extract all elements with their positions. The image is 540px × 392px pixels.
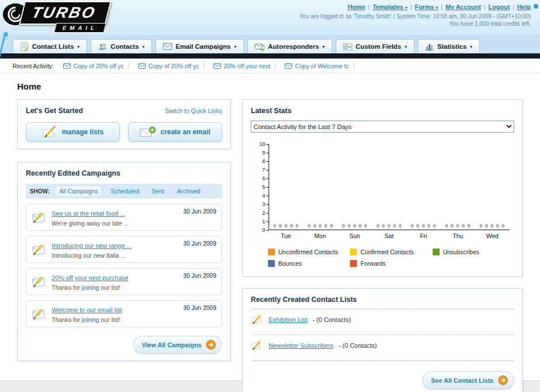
tab-autoresponders[interactable]: Autoresponders ▾ (247, 39, 332, 53)
tab-contact-lists[interactable]: Contact Lists ▾ (13, 39, 87, 53)
stats-range-select[interactable]: Contact Activity for the Last 7 Days (251, 121, 514, 133)
chevron-down-icon: ▾ (405, 5, 407, 10)
custom-fields-icon (343, 43, 352, 51)
top-link-label: Forms (415, 3, 434, 10)
logo-text: TURBO EMAIL (22, 1, 108, 33)
stats-legend: Unconfirmed ContactsConfirmed ContactsUn… (268, 249, 515, 267)
campaign-subtitle: Thanks for joining our list! (52, 284, 129, 291)
pencil-paper-icon (251, 314, 263, 325)
page-title: Home (17, 81, 523, 91)
recent-activity-item[interactable]: Copy of 20% off yc (63, 63, 129, 69)
nav-dark-bar (0, 53, 540, 59)
y-axis-tick: 7 (262, 167, 269, 173)
filter-all-campaigns[interactable]: All Campaigns (56, 187, 101, 196)
legend-swatch (350, 249, 357, 255)
tab-email-campaigns[interactable]: Email Campaigns ▾ (156, 39, 244, 53)
campaign-title-link[interactable]: See us at the retail food ... (52, 210, 125, 217)
chevron-down-icon: ▾ (323, 44, 325, 49)
filter-archived[interactable]: Archived (174, 187, 203, 196)
filter-scheduled[interactable]: Scheduled (108, 187, 142, 196)
recent-activity-item[interactable]: Copy of 20% off yc (138, 63, 204, 69)
campaign-title-link[interactable]: 20% off your next purchase (52, 274, 129, 281)
top-link-help[interactable]: Help (517, 3, 531, 10)
x-axis-label: Sun (337, 230, 372, 239)
manage-lists-button[interactable]: manage lists (26, 122, 120, 142)
top-link-forms[interactable]: Forms ▾ (415, 3, 438, 10)
tab-statistics[interactable]: Statistics ▾ (418, 39, 480, 53)
get-started-panel: Let's Get Started Switch to Quick Links … (17, 99, 231, 149)
recent-activity-item[interactable]: Copy of Welcome tc (285, 63, 354, 69)
recent-activity-text: Copy of Welcome tc (295, 63, 354, 69)
campaign-list-item: Introducing our new range ... Introducin… (26, 236, 222, 263)
chart-value-group: 0 0 0 0 0 (475, 223, 510, 230)
contact-list-detail: - (0 Contacts) (339, 342, 377, 349)
pencil-paper-icon (251, 340, 263, 351)
main-nav-tabbar: Contact Lists ▾ Contacts ▾ Email Campaig… (0, 36, 540, 53)
campaign-date: 30 Jun 2009 (183, 208, 216, 215)
separator: | (410, 3, 412, 10)
create-email-button[interactable]: create an email (128, 122, 222, 142)
legend-swatch (350, 260, 357, 267)
tab-custom-fields[interactable]: Custom Fields ▾ (336, 39, 414, 53)
recent-campaigns-panel: Recently Edited Campaigns SHOW: All Camp… (17, 162, 231, 361)
legend-label: Bounces (278, 260, 302, 267)
campaign-title-link[interactable]: Welcome to our email list (52, 306, 122, 313)
chart-value-group: 0 0 0 0 0 (304, 223, 338, 230)
tab-contacts[interactable]: Contacts ▾ (91, 39, 152, 53)
envelope-icon (213, 63, 221, 69)
recent-activity-text: Copy of 20% off yc (73, 63, 129, 69)
contact-list-link[interactable]: Exhibition List (269, 316, 308, 323)
recent-activity-item[interactable]: 20% off your next (213, 63, 276, 69)
envelope-pencil-icon (32, 308, 46, 320)
top-link-templates[interactable]: Templates ▾ (372, 3, 407, 10)
chart-y-axis: 012345678910 (253, 144, 269, 230)
y-axis-tick: 5 (262, 184, 269, 190)
recent-contact-lists-panel: Recently Created Contact Lists Exhibitio… (242, 288, 523, 392)
app-logo: TURBO EMAIL (2, 1, 108, 33)
envelope-pencil-icon (32, 243, 46, 256)
top-link-logout[interactable]: Logout (488, 3, 510, 10)
legend-swatch (268, 260, 275, 267)
top-link-home[interactable]: Home (348, 3, 366, 10)
legend-label: Unconfirmed Contacts (278, 249, 338, 255)
logo-subtitle: EMAIL (54, 23, 106, 33)
y-axis-tick: 1 (262, 219, 269, 224)
envelope-pencil-icon (32, 211, 46, 224)
chart-value-group: 0 0 0 0 0 (338, 223, 372, 230)
legend-swatch (433, 249, 440, 255)
campaign-date: 30 Jun 2009 (183, 304, 216, 311)
campaign-list-item: See us at the retail food ... We're givi… (26, 204, 222, 231)
email-campaigns-icon (163, 43, 172, 50)
recent-activity-text: Copy of 20% off yc (149, 63, 204, 69)
contact-list-link[interactable]: Newsletter Subscribers (269, 342, 333, 349)
header-corner-dot (534, 4, 538, 9)
chevron-down-icon: ▾ (405, 44, 407, 49)
get-started-title: Let's Get Started (26, 107, 83, 115)
campaign-title-link[interactable]: Introducing our new range ... (52, 242, 132, 249)
y-axis-tick: 4 (262, 193, 269, 199)
top-nav-links: Home | Templates ▾ | Forms ▾ | My Accoun… (348, 3, 531, 10)
x-axis-label: Fri (406, 230, 441, 239)
top-link-my-account[interactable]: My Account (445, 3, 481, 10)
chevron-down-icon: ▾ (77, 44, 80, 49)
chart-value-group: 0 0 0 0 0 (269, 223, 304, 230)
filter-sent[interactable]: Sent (149, 187, 168, 196)
logo-title: TURBO (19, 1, 111, 25)
view-all-campaigns-button[interactable]: View All Campaigns (133, 336, 222, 354)
right-column: Latest Stats Contact Activity for the La… (242, 99, 523, 392)
separator: | (484, 3, 485, 10)
legend-label: Confirmed Contacts (360, 249, 414, 255)
tab-label: Contacts (111, 43, 139, 50)
legend-label: Forwards (360, 260, 386, 267)
tab-label: Custom Fields (356, 43, 401, 50)
chart-value-group: 0 0 0 0 0 (441, 223, 475, 230)
switch-quick-links-link[interactable]: Switch to Quick Links (165, 107, 222, 114)
see-all-contact-lists-button[interactable]: See All Contact Lists (422, 371, 514, 389)
chevron-down-icon: ▾ (234, 44, 236, 49)
contact-lists-icon (20, 42, 29, 51)
recent-contact-lists-title: Recently Created Contact Lists (251, 296, 514, 304)
y-axis-tick: 10 (259, 141, 269, 147)
statistics-icon (425, 42, 434, 51)
recent-activity-text: 20% off your next (224, 63, 276, 69)
legend-item: Unconfirmed Contacts (268, 249, 350, 255)
